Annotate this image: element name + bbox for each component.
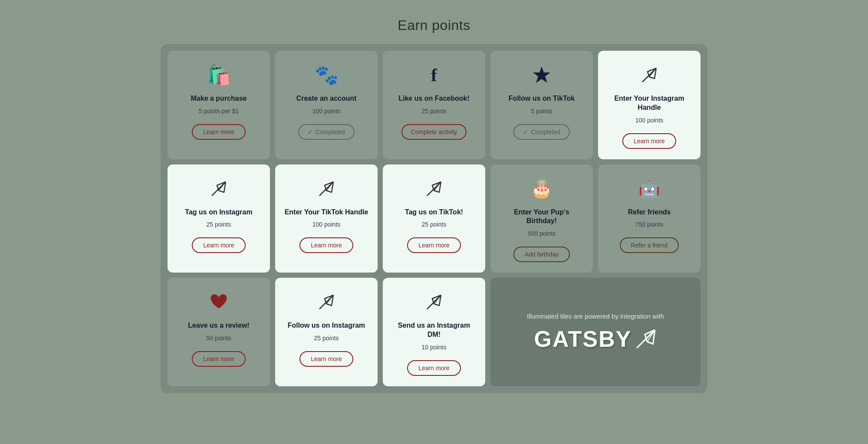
purchase-icon: 🛍️ [207, 63, 231, 87]
learn-more-button[interactable]: Learn more [299, 351, 353, 367]
gatsby-panel: Illuminated tiles are powered by integra… [490, 278, 700, 386]
check-icon: ✓ [523, 128, 528, 135]
refer-friend-button[interactable]: Refer a friend [620, 237, 679, 253]
card-title: Refer friends [628, 208, 671, 217]
paper-plane-icon [207, 177, 231, 201]
paper-plane-icon [314, 177, 339, 201]
learn-more-button[interactable]: Learn more [622, 133, 676, 149]
card-make-purchase: 🛍️ Make a purchase 5 points per $1 Learn… [168, 51, 270, 159]
card-title: Tag us on Instagram [185, 208, 252, 217]
gatsby-plane-icon [635, 328, 657, 350]
learn-more-button[interactable]: Learn more [192, 351, 246, 367]
paper-plane-icon [637, 63, 661, 87]
main-container: Earn points 🛍️ Make a purchase 5 points … [152, 9, 716, 402]
learn-more-button[interactable]: Learn more [192, 124, 246, 140]
card-tiktok-handle: Enter Your TikTok Handle 100 points Lear… [275, 164, 378, 273]
card-create-account: 🐾 Create an account 100 points ✓ Complet… [275, 51, 378, 159]
paper-plane-icon [422, 290, 446, 314]
add-birthday-button[interactable]: Add birthday [513, 247, 570, 262]
card-points: 25 points [207, 221, 231, 228]
gatsby-description: Illuminated tiles are powered by integra… [527, 312, 664, 321]
card-points: 750 points [635, 221, 664, 228]
card-points: 50 points [207, 335, 231, 342]
page-title: Earn points [161, 17, 707, 33]
learn-more-button[interactable]: Learn more [407, 237, 461, 253]
card-points: 25 points [422, 108, 447, 115]
card-title: Create an account [296, 94, 357, 103]
completed-label: Completed [316, 128, 345, 135]
card-follow-instagram: Follow us on Instagram 25 points Learn m… [275, 278, 378, 386]
card-title: Make a purchase [191, 94, 247, 103]
card-title: Follow us on TikTok [509, 94, 575, 103]
card-title: Enter Your Instagram Handle [607, 94, 692, 112]
card-points: 100 points [312, 108, 341, 115]
card-points: 100 points [312, 221, 341, 228]
card-points: 100 points [635, 117, 664, 124]
check-icon: ✓ [308, 128, 313, 135]
refer-icon: 🤖 [637, 177, 661, 201]
card-pup-birthday: 🎂 Enter Your Pup's Birthday! 500 points … [490, 164, 593, 273]
cards-grid: 🛍️ Make a purchase 5 points per $1 Learn… [161, 44, 707, 393]
complete-activity-button[interactable]: Complete activity [401, 124, 467, 140]
card-points: 10 points [422, 344, 447, 351]
svg-marker-1 [533, 66, 550, 83]
account-icon: 🐾 [314, 63, 339, 87]
card-title: Enter Your TikTok Handle [285, 208, 368, 217]
card-points: 25 points [314, 335, 339, 342]
completed-badge: ✓ Completed [298, 124, 355, 140]
card-instagram-dm: Send us an Instagram DM! 10 points Learn… [383, 278, 485, 386]
card-tag-instagram: Tag us on Instagram 25 points Learn more [168, 164, 270, 273]
gatsby-logo: GATSBY [534, 326, 657, 352]
learn-more-button[interactable]: Learn more [192, 237, 246, 253]
card-title: Enter Your Pup's Birthday! [499, 208, 584, 226]
tiktok-icon [529, 63, 554, 87]
card-like-facebook: f Like us on Facebook! 25 points Complet… [383, 51, 485, 159]
card-follow-tiktok: Follow us on TikTok 5 points ✓ Completed [490, 51, 593, 159]
card-points: 5 points per $1 [199, 108, 239, 115]
facebook-icon: f [422, 63, 446, 87]
card-title: Leave us a review! [188, 321, 249, 330]
card-title: Like us on Facebook! [398, 94, 470, 103]
card-instagram-handle: Enter Your Instagram Handle 100 points L… [598, 51, 700, 159]
card-tag-tiktok: Tag us on TikTok! 25 points Learn more [383, 164, 485, 273]
learn-more-button[interactable]: Learn more [299, 237, 353, 253]
learn-more-button[interactable]: Learn more [407, 360, 461, 376]
paper-plane-icon [314, 290, 339, 314]
card-title: Tag us on TikTok! [405, 208, 463, 217]
completed-badge: ✓ Completed [513, 124, 570, 140]
gatsby-logo-text: GATSBY [534, 326, 632, 352]
card-title: Follow us on Instagram [288, 321, 365, 330]
paper-plane-icon [422, 177, 446, 201]
birthday-icon: 🎂 [529, 177, 554, 201]
card-refer-friends: 🤖 Refer friends 750 points Refer a frien… [598, 164, 700, 273]
card-title: Send us an Instagram DM! [391, 321, 477, 339]
completed-label: Completed [531, 128, 560, 135]
svg-text:f: f [431, 65, 437, 85]
card-points: 500 points [528, 230, 556, 237]
card-points: 5 points [531, 108, 552, 115]
heart-icon [207, 290, 231, 314]
card-points: 25 points [422, 221, 447, 228]
card-leave-review: Leave us a review! 50 points Learn more [168, 278, 270, 386]
